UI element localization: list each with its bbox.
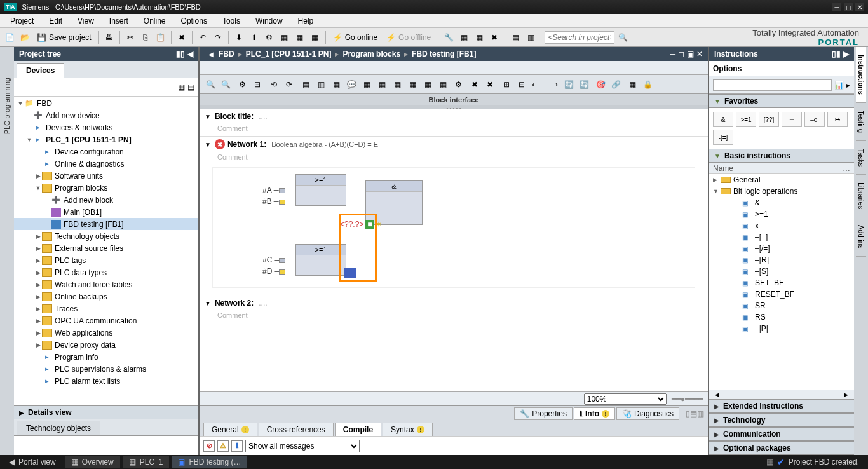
tree-item-13[interactable]: ▶PLC data types bbox=[14, 266, 198, 278]
et-icon-3[interactable]: ⚙ bbox=[235, 78, 249, 92]
fbd-or-block-1[interactable]: >=1 bbox=[295, 174, 346, 206]
instruction-6[interactable]: ▣–[S] bbox=[709, 266, 854, 277]
chevron-down-icon[interactable]: ▼ bbox=[205, 113, 211, 120]
tb-icon-3[interactable]: ▦ bbox=[308, 31, 322, 44]
instruction-0[interactable]: ▣& bbox=[709, 197, 854, 208]
open-project-icon[interactable]: 📂 bbox=[18, 31, 32, 44]
et-icon-16[interactable]: ▦ bbox=[436, 78, 450, 92]
tree-btn-1[interactable]: ▦ bbox=[178, 83, 185, 92]
side-tab-add-ins[interactable]: Add-ins bbox=[856, 217, 866, 257]
menu-tools[interactable]: Tools bbox=[215, 15, 248, 27]
instruction-1[interactable]: ▣>=1 bbox=[709, 208, 854, 220]
favorite-btn-6[interactable]: -[=] bbox=[713, 130, 733, 145]
tree-item-8[interactable]: Main [OB1] bbox=[14, 206, 198, 218]
et-icon-18[interactable]: ✖ bbox=[468, 78, 482, 92]
error-tag[interactable]: <??.?> ■ ✶ bbox=[340, 220, 382, 229]
instruction-5[interactable]: ▣–[R] bbox=[709, 254, 854, 266]
maximize-button[interactable]: ◻ bbox=[844, 3, 853, 11]
message-filter-select[interactable]: Show all messages bbox=[245, 440, 360, 452]
info-filter-icon[interactable]: ℹ bbox=[231, 440, 243, 452]
go-offline-button[interactable]: ⚡ Go offline bbox=[383, 33, 435, 42]
et-icon-6[interactable]: ⟳ bbox=[282, 78, 296, 92]
tab-syntax[interactable]: Syntax ! bbox=[383, 423, 433, 436]
tree-item-6[interactable]: ▼Program blocks bbox=[14, 182, 198, 194]
undo-icon[interactable]: ↶ bbox=[196, 31, 210, 44]
et-icon-24[interactable]: 🔄 bbox=[562, 78, 576, 92]
breadcrumb-1[interactable]: PLC_1 [CPU 1511-1 PN] bbox=[246, 50, 332, 58]
block-interface-bar[interactable]: Block interface bbox=[200, 94, 708, 105]
paste-icon[interactable]: 📋 bbox=[154, 31, 168, 44]
panel-arrow-icon[interactable]: ▶ bbox=[843, 50, 849, 58]
et-icon-2[interactable]: 🔍 bbox=[219, 78, 233, 92]
menu-options[interactable]: Options bbox=[173, 15, 215, 27]
dangling-connector[interactable] bbox=[344, 268, 356, 277]
menu-view[interactable]: View bbox=[70, 15, 102, 27]
tree-item-16[interactable]: ▶Traces bbox=[14, 302, 198, 315]
communication-header[interactable]: ▶Communication bbox=[709, 427, 854, 441]
et-icon-13[interactable]: ▦ bbox=[390, 78, 404, 92]
tree-root[interactable]: ▼📁FBD bbox=[14, 97, 198, 109]
et-icon-14[interactable]: ▦ bbox=[405, 78, 419, 92]
optional-packages-header[interactable]: ▶Optional packages bbox=[709, 441, 854, 455]
warning-filter-icon[interactable]: ⚠ bbox=[217, 440, 229, 452]
instruction-9[interactable]: ▣SR bbox=[709, 300, 854, 311]
favorite-btn-4[interactable]: –o| bbox=[804, 112, 825, 127]
et-icon-23[interactable]: ⟶ bbox=[545, 78, 559, 92]
et-icon-17[interactable]: ⚙ bbox=[451, 78, 465, 92]
instruction-10[interactable]: ▣RS bbox=[709, 311, 854, 323]
breadcrumb-0[interactable]: FBD bbox=[219, 50, 234, 58]
tree-item-1[interactable]: ▸Devices & networks bbox=[14, 121, 198, 133]
tree-btn-2[interactable]: ▤ bbox=[187, 83, 194, 92]
and-output[interactable]: ─ bbox=[423, 222, 428, 229]
download-icon[interactable]: ⬇ bbox=[232, 31, 246, 44]
tree-item-14[interactable]: ▶Watch and force tables bbox=[14, 278, 198, 290]
editor-restore-icon[interactable]: ◻ bbox=[678, 50, 684, 58]
et-icon-4[interactable]: ⊟ bbox=[250, 78, 264, 92]
breadcrumb-2[interactable]: Program blocks bbox=[342, 50, 400, 58]
favorite-btn-5[interactable]: ↦ bbox=[827, 112, 848, 127]
favorite-btn-3[interactable]: ⊣ bbox=[782, 112, 802, 127]
tree-item-12[interactable]: ▶PLC tags bbox=[14, 254, 198, 266]
portal-view-button[interactable]: ◀ Portal view bbox=[3, 456, 62, 468]
instruction-8[interactable]: ▣RESET_BF bbox=[709, 289, 854, 300]
et-icon-7[interactable]: ▤ bbox=[299, 78, 313, 92]
tab-properties[interactable]: 🔧 Properties bbox=[514, 407, 573, 420]
menu-insert[interactable]: Insert bbox=[102, 15, 136, 27]
port-b[interactable]: #B ─ bbox=[262, 197, 285, 206]
details-view-header[interactable]: ▶ Details view bbox=[14, 405, 198, 419]
et-icon-1[interactable]: 🔍 bbox=[203, 78, 217, 92]
side-tab-instructions[interactable]: Instructions bbox=[856, 47, 866, 103]
tree-item-5[interactable]: ▶Software units bbox=[14, 170, 198, 182]
fbd-tab-button[interactable]: ▣ FBD testing (… bbox=[172, 456, 247, 468]
et-icon-25[interactable]: 🔄 bbox=[577, 78, 591, 92]
tree-item-10[interactable]: ▶Technology objects bbox=[14, 230, 198, 242]
technology-header[interactable]: ▶Technology bbox=[709, 413, 854, 427]
upload-icon[interactable]: ⬆ bbox=[247, 31, 261, 44]
project-search-input[interactable] bbox=[545, 31, 614, 44]
extended-instructions-header[interactable]: ▶Extended instructions bbox=[709, 399, 854, 413]
tab-cross-references[interactable]: Cross-references bbox=[259, 423, 334, 436]
menu-window[interactable]: Window bbox=[248, 15, 290, 27]
instructions-list[interactable]: Name… ▶General ▼Bit logic operations ▣&▣… bbox=[709, 163, 854, 390]
tree-item-2[interactable]: ▼▸PLC_1 [CPU 1511-1 PN] bbox=[14, 133, 198, 146]
network1-canvas[interactable]: >=1 #A ─ #B ─ & ─ >=1 #C ─ #D ─ bbox=[212, 167, 695, 288]
et-icon-26[interactable]: 🎯 bbox=[593, 78, 607, 92]
scroll-left-icon[interactable]: ◀ bbox=[712, 391, 722, 398]
tab-technology-objects[interactable]: Technology objects bbox=[17, 421, 100, 435]
block-comment[interactable]: Comment bbox=[200, 123, 708, 136]
side-tab-tasks[interactable]: Tasks bbox=[856, 141, 866, 175]
tree-item-20[interactable]: ▸Program info bbox=[14, 351, 198, 363]
tree-item-9[interactable]: FBD testing [FB1] bbox=[14, 218, 198, 230]
tree-item-4[interactable]: ▸Online & diagnostics bbox=[14, 158, 198, 170]
instructions-search-input[interactable] bbox=[713, 79, 832, 91]
tree-item-18[interactable]: ▶Web applications bbox=[14, 327, 198, 339]
side-tab-libraries[interactable]: Libraries bbox=[856, 175, 866, 217]
et-icon-10[interactable]: 💬 bbox=[344, 78, 358, 92]
scroll-right-icon[interactable]: ▶ bbox=[841, 391, 851, 398]
search-opt-icon[interactable]: 📊 bbox=[834, 81, 844, 90]
go-online-button[interactable]: ⚡ Go online bbox=[329, 33, 381, 42]
et-icon-9[interactable]: ▦ bbox=[329, 78, 343, 92]
inspector-layout-icons[interactable]: ▯▤▥ bbox=[686, 409, 704, 418]
et-icon-12[interactable]: ▦ bbox=[375, 78, 389, 92]
error-filter-icon[interactable]: ⊘ bbox=[203, 440, 215, 452]
